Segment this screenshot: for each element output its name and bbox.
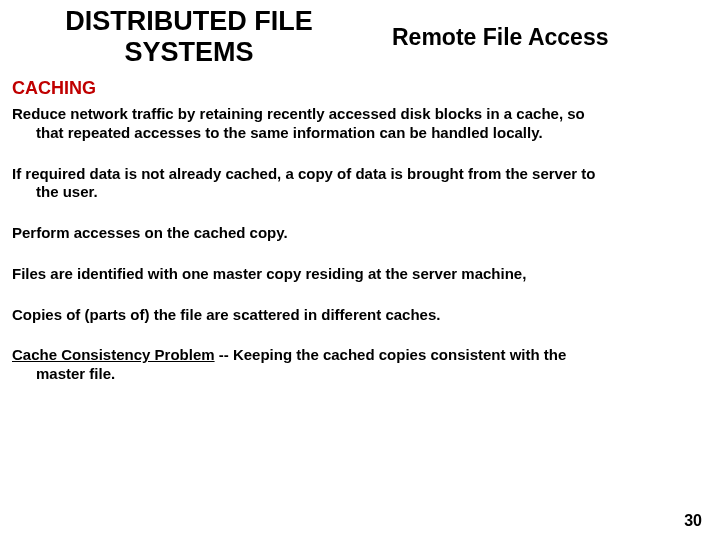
paragraph-4: Files are identified with one master cop… <box>12 265 700 284</box>
title-line-2: SYSTEMS <box>124 37 253 67</box>
title-line-1: DISTRIBUTED FILE <box>65 6 313 36</box>
slide: DISTRIBUTED FILE SYSTEMS Remote File Acc… <box>0 0 720 540</box>
section-heading: CACHING <box>0 68 720 99</box>
paragraph-1: Reduce network traffic by retaining rece… <box>12 105 700 143</box>
slide-title: DISTRIBUTED FILE SYSTEMS <box>24 6 354 68</box>
paragraph-2-line-2: the user. <box>12 183 700 202</box>
slide-body: Reduce network traffic by retaining rece… <box>0 99 720 384</box>
paragraph-2-line-1: If required data is not already cached, … <box>12 165 595 182</box>
paragraph-6-rest-a: -- Keeping the cached copies consistent … <box>215 346 567 363</box>
paragraph-3: Perform accesses on the cached copy. <box>12 224 700 243</box>
paragraph-1-line-1: Reduce network traffic by retaining rece… <box>12 105 585 122</box>
page-number: 30 <box>684 512 702 530</box>
paragraph-6-line-2: master file. <box>12 365 700 384</box>
paragraph-1-line-2: that repeated accesses to the same infor… <box>12 124 700 143</box>
slide-subtitle: Remote File Access <box>392 24 608 51</box>
paragraph-6: Cache Consistency Problem -- Keeping the… <box>12 346 700 384</box>
paragraph-2: If required data is not already cached, … <box>12 165 700 203</box>
paragraph-5: Copies of (parts of) the file are scatte… <box>12 306 700 325</box>
paragraph-6-term: Cache Consistency Problem <box>12 346 215 363</box>
slide-header: DISTRIBUTED FILE SYSTEMS Remote File Acc… <box>0 0 720 68</box>
